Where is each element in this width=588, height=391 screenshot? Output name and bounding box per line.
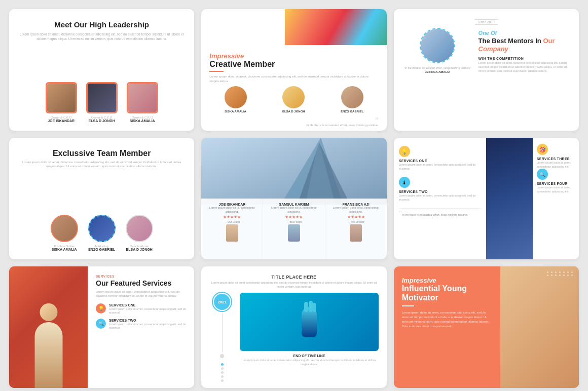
card6-sname-2: SERVICES TWO — [399, 190, 428, 193]
card2-avatar-2 — [282, 86, 305, 108]
card2-colorblock — [285, 9, 387, 45]
card7-sname-1: SERVICES ONE — [109, 303, 186, 307]
card2-quote-text: In life there is no wasted effort, keep … — [209, 124, 378, 127]
card7-sdesc-1: Lorem ipsum dolor sit amet, consectetur … — [109, 307, 186, 315]
card-featured-services: SERVICES Our Featured Services Lorem ips… — [9, 266, 194, 388]
card7-photo-bg — [9, 266, 88, 388]
mem-name-3: SISKA AMALIA — [130, 119, 155, 123]
card7-service-1: 💡 SERVICES ONE Lorem ipsum dolor sit ame… — [96, 303, 186, 315]
card5-stars-1: ★★★★★ — [223, 215, 241, 219]
card1-members: Owner & C.E.O JOE ISKANDAR Owner & C.E.O… — [46, 82, 158, 123]
main-grid: Meet Our High Leadership Lorem ipsum dol… — [9, 9, 579, 388]
card-creative: Impressive Creative Member Lorem ipsum d… — [201, 9, 386, 131]
card5-bg — [201, 138, 386, 205]
card4-member-3: Data Analyzer ELSA D JONGH — [126, 215, 153, 251]
card7-person-silhouette — [34, 303, 62, 388]
card9-title: Influential Young Motivator — [402, 284, 492, 303]
card2-avatar-3 — [341, 86, 363, 108]
card4-name-2: ENZO GABRIEL — [88, 248, 115, 251]
mem-name-1: JOE ISKANDAR — [48, 119, 75, 123]
card5-pdesc-2: Lorem ipsum dolor sit ut, consectetur ad… — [266, 206, 321, 214]
triangle-3 — [303, 140, 339, 205]
card-leadership: Meet Our High Leadership Lorem ipsum dol… — [9, 9, 194, 131]
card5-label-3: — The Director — [347, 220, 364, 223]
card6-sdesc-3: Lorem ipsum dolor sit amet, consectetur … — [537, 161, 575, 169]
card8-title: TITLE PLACE HERE — [209, 275, 378, 280]
card5-stars-3: ★★★★★ — [347, 215, 365, 219]
card4-avatar-3 — [126, 215, 153, 242]
card5-label-2: — Best Team — [286, 220, 302, 223]
card2-line — [209, 71, 224, 72]
card2-avatar-1 — [225, 86, 247, 108]
card8-right-col: END OF TIME LINE Lorem ipsum dolor sit a… — [240, 293, 378, 382]
card6-service-4: 🔍 SERVICES FOUR Lorem ipsum dolor sit am… — [537, 169, 575, 193]
card9-dots — [547, 271, 574, 276]
card7-photo — [9, 266, 88, 388]
card5-person-1: JOE ISKANDAR Lorem ipsum dolor sit ut, c… — [201, 199, 263, 259]
card4-avatar-1 — [51, 215, 78, 242]
card3-av-bg — [421, 29, 454, 62]
card7-title: Our Featured Services — [96, 279, 186, 288]
card6-icon-1: 💡 — [399, 146, 410, 157]
avatar-img-3 — [128, 84, 157, 112]
card7-services-label: SERVICES — [96, 275, 186, 278]
card8-timeline-line — [222, 313, 223, 352]
card8-year: 2021 — [217, 300, 227, 304]
card2-title-impressive: Impressive — [209, 52, 378, 60]
card4-name-1: SISKA AMALIA — [52, 248, 77, 251]
card7-sicon-2: 🔍 — [96, 319, 106, 329]
hand-shape — [302, 307, 317, 337]
card7-sdesc-2: Lorem ipsum dolor sit amet, consectetur … — [109, 323, 186, 330]
card5-pname-1: JOE ISKANDAR — [218, 203, 245, 206]
card1-title: Meet Our High Leadership — [54, 20, 149, 29]
card7-desc: Lorem ipsum dolor sit amet, consectetur … — [96, 290, 186, 298]
card4-avatar-2 — [88, 215, 116, 242]
card8-timeline-col: 2021 — [209, 293, 235, 382]
card2-pname-3: ENZO GABRIEL — [341, 110, 363, 113]
card6-service-3: 🎯 SERVICES THREE Lorem ipsum dolor sit a… — [537, 144, 575, 169]
card8-hand-bg — [240, 293, 378, 351]
member-3: Owner & C.E.O SISKA AMALIA — [127, 82, 158, 123]
card6-right: 🎯 SERVICES THREE Lorem ipsum dolor sit a… — [486, 138, 579, 259]
card6-sname-3: SERVICES THREE — [537, 157, 570, 161]
card6-sname-4: SERVICES FOUR — [537, 182, 568, 185]
card6-icon-4: 🔍 — [537, 169, 548, 180]
card3-quote-name: JESSICA AMALIA — [404, 70, 471, 73]
card1-subtitle: Lorem ipsum dolor sit amet, dictumne con… — [19, 32, 184, 41]
card3-win-title: WIN THE COMPETITION — [479, 57, 569, 60]
card5-pdesc-3: Lorem ipsum dolor sit ut, consectetur ad… — [328, 206, 384, 214]
quote-mark: " — [209, 119, 378, 124]
member-2: Owner & C.E.O ELSA D JONGH — [86, 82, 118, 123]
card2-pname-1: SISKA AMALIA — [225, 110, 246, 113]
avatar-img-2 — [88, 84, 116, 112]
card-timeline: TITLE PLACE HERE Lorem ipsum dolor sit a… — [201, 266, 386, 388]
avatar-3 — [127, 82, 158, 113]
card9-photo-bg — [500, 266, 579, 388]
card5-personimg-1 — [226, 224, 238, 242]
card8-node: 2021 — [213, 293, 231, 311]
card4-name-3: ELSA D JONGH — [126, 248, 153, 251]
card6-right-services: 🎯 SERVICES THREE Lorem ipsum dolor sit a… — [533, 138, 579, 259]
card6-photo — [486, 138, 532, 259]
card9-desc: Lorem ipsum dolor sit amet, consectetur … — [402, 310, 492, 329]
card3-since: Since 2010 — [404, 20, 569, 24]
card7-sname-2: SERVICES TWO — [109, 319, 186, 322]
card8-end-title: END OF TIME LINE — [240, 354, 378, 358]
card6-sdesc-4: Lorem ipsum dolor sit amet, consectetur … — [537, 186, 575, 193]
card6-quote-text: In life there is no wasted effort, keep … — [402, 213, 468, 216]
card4-member-2: Marketing ENZO GABRIEL — [88, 215, 116, 251]
card6-left: 💡 SERVICES ONE Lorem ipsum dolor sit ame… — [394, 138, 487, 259]
card2-top — [201, 9, 386, 45]
card8-end-desc: Lorem ipsum dolor sit amet consectetur a… — [240, 359, 378, 366]
card5-pname-3: FRANSISCA AJI — [343, 203, 370, 206]
card2-people: SISKA AMALIA ELSA D JONGH ENZO GABRIEL — [201, 83, 386, 117]
card8-end-node — [220, 354, 224, 358]
card2-pname-2: ELSA D JONGH — [282, 110, 305, 113]
person-head — [40, 303, 57, 321]
card-motivator: Impressive Influential Young Motivator L… — [394, 266, 579, 388]
card5-stars-2: ★★★★★ — [285, 215, 303, 219]
card3-win: WIN THE COMPETITION Lorem ipsum dolor si… — [479, 57, 569, 73]
card5-label-1: — Our Expert — [225, 220, 240, 223]
card-architecture: JOE ISKANDAR Lorem ipsum dolor sit ut, c… — [201, 138, 386, 259]
card2-person-2: ELSA D JONGH — [282, 86, 305, 113]
